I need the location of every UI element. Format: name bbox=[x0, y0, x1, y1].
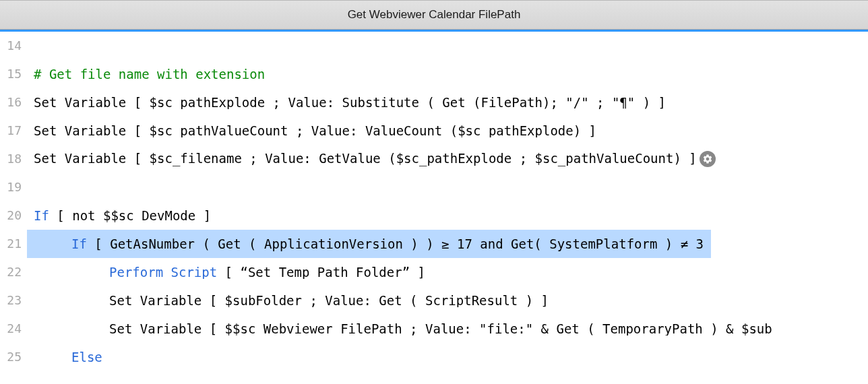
code-content[interactable]: If [ not $$sc_DevMode ] bbox=[27, 210, 868, 222]
code-line[interactable]: 17Set Variable [ $sc_pathValueCount ; Va… bbox=[0, 117, 868, 145]
window-title: Get Webviewer Calendar FilePath bbox=[348, 8, 521, 22]
text-token: Set Variable [ $sc_filename ; Value: Get… bbox=[34, 151, 697, 166]
code-content[interactable]: Set Variable [ $$sc_Webviewer_FilePath ;… bbox=[27, 323, 868, 335]
text-token: Set Variable [ $sc_pathValueCount ; Valu… bbox=[34, 125, 596, 137]
line-number: 19 bbox=[0, 181, 27, 193]
line-number: 14 bbox=[0, 40, 27, 52]
line-number: 17 bbox=[0, 125, 27, 137]
keyword-token: Else bbox=[71, 351, 102, 364]
code-content[interactable]: Set Variable [ $subFolder ; Value: Get (… bbox=[27, 294, 868, 307]
code-line[interactable]: 18Set Variable [ $sc_filename ; Value: G… bbox=[0, 145, 868, 173]
keyword-token: Perform Script bbox=[109, 266, 217, 279]
code-content[interactable]: Else bbox=[27, 351, 868, 364]
line-number: 24 bbox=[0, 323, 27, 335]
text-token: Set Variable [ $$sc_Webviewer_FilePath ;… bbox=[109, 323, 772, 335]
keyword-token: If bbox=[71, 236, 87, 251]
line-number: 22 bbox=[0, 266, 27, 278]
code-line[interactable]: 19 bbox=[0, 173, 868, 201]
code-line[interactable]: 14 bbox=[0, 32, 868, 60]
line-number: 25 bbox=[0, 351, 27, 363]
text-token: [ bbox=[87, 236, 110, 251]
keyword-token: If bbox=[34, 210, 49, 222]
code-content[interactable]: # Get file name with extension bbox=[27, 68, 868, 81]
code-content[interactable] bbox=[27, 181, 868, 194]
line-number: 21 bbox=[0, 238, 27, 250]
line-number: 23 bbox=[0, 294, 27, 307]
comment-token: # Get file name with extension bbox=[34, 68, 265, 81]
text-token: Set Variable [ $subFolder ; Value: Get (… bbox=[109, 294, 549, 307]
line-number: 16 bbox=[0, 96, 27, 108]
code-line[interactable]: 22Perform Script [ “Set Temp Path Folder… bbox=[0, 258, 868, 286]
code-content[interactable]: Set Variable [ $sc_filename ; Value: Get… bbox=[27, 151, 868, 167]
text-token: Set Variable [ $sc_pathExplode ; Value: … bbox=[34, 96, 666, 109]
code-line[interactable]: 25Else bbox=[0, 343, 868, 371]
code-line[interactable]: 24Set Variable [ $$sc_Webviewer_FilePath… bbox=[0, 315, 868, 343]
text-token: [ “Set Temp Path Folder” ] bbox=[217, 266, 425, 279]
line-number: 20 bbox=[0, 210, 27, 222]
text-token: [ not $$sc_DevMode ] bbox=[49, 210, 211, 222]
gear-icon[interactable] bbox=[700, 151, 716, 167]
window-titlebar: Get Webviewer Calendar FilePath bbox=[0, 0, 868, 30]
code-line[interactable]: 23Set Variable [ $subFolder ; Value: Get… bbox=[0, 286, 868, 315]
code-content[interactable]: If [ GetAsNumber ( Get ( ApplicationVers… bbox=[27, 230, 868, 258]
selection-highlight: If [ GetAsNumber ( Get ( ApplicationVers… bbox=[27, 230, 711, 258]
code-line[interactable]: 15# Get file name with extension bbox=[0, 60, 868, 88]
script-editor[interactable]: 1415# Get file name with extension16Set … bbox=[0, 32, 868, 371]
code-content[interactable] bbox=[27, 40, 868, 53]
code-content[interactable]: Perform Script [ “Set Temp Path Folder” … bbox=[27, 266, 868, 279]
code-content[interactable]: Set Variable [ $sc_pathExplode ; Value: … bbox=[27, 96, 868, 109]
text-token: GetAsNumber ( Get ( ApplicationVersion )… bbox=[110, 236, 711, 251]
code-line[interactable]: 16Set Variable [ $sc_pathExplode ; Value… bbox=[0, 88, 868, 117]
line-number: 15 bbox=[0, 68, 27, 80]
code-content[interactable]: Set Variable [ $sc_pathValueCount ; Valu… bbox=[27, 125, 868, 137]
code-line[interactable]: 21If [ GetAsNumber ( Get ( ApplicationVe… bbox=[0, 230, 868, 258]
line-number: 18 bbox=[0, 153, 27, 165]
code-line[interactable]: 20If [ not $$sc_DevMode ] bbox=[0, 201, 868, 230]
